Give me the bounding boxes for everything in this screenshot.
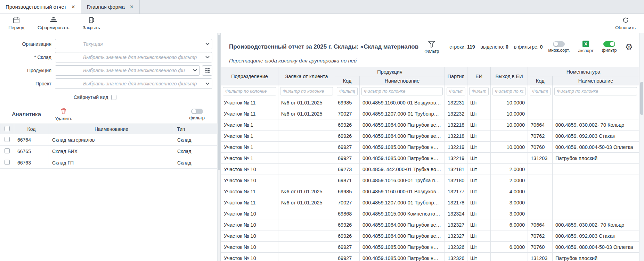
left-panel-scrollbar[interactable] <box>217 33 221 261</box>
select-all-checkbox[interactable] <box>5 126 10 131</box>
excel-icon: X <box>582 41 589 47</box>
filter-toggle[interactable] <box>603 41 615 47</box>
trash-icon <box>61 108 66 115</box>
cell <box>528 186 553 197</box>
table-row[interactable]: Участок № 169926000.4859.1084.000 Патруб… <box>221 130 639 142</box>
column-header[interactable]: Код <box>335 76 360 85</box>
hierarchy-button[interactable] <box>202 65 212 76</box>
table-row[interactable]: Участок № 11№6 от 01.01.202569985000.485… <box>221 186 639 197</box>
table-row[interactable]: Участок № 169927000.4859.1085.000 Патруб… <box>221 153 639 164</box>
analytics-row[interactable]: 66763Склад ГПСклад <box>0 157 217 169</box>
row-checkbox[interactable] <box>5 137 10 142</box>
cell: 70664 <box>528 219 553 230</box>
tab-close-icon[interactable]: ✕ <box>130 5 134 9</box>
cell <box>528 97 553 108</box>
tab-production-report[interactable]: Производственный отчет ✕ <box>0 0 81 14</box>
column-header[interactable]: Заявка от клиента <box>278 67 335 85</box>
report-scrollbar[interactable] <box>639 33 644 261</box>
row-checkbox[interactable] <box>5 148 10 153</box>
chevron-down-icon[interactable] <box>190 66 199 75</box>
column-header[interactable]: Подразделение <box>221 67 278 85</box>
table-row[interactable]: Участок № 11№6 от 01.01.202570027000.485… <box>221 108 639 119</box>
column-filter-input[interactable] <box>361 87 443 95</box>
chevron-down-icon[interactable] <box>203 39 212 49</box>
analytics-row[interactable]: 66765Склад БИХСклад <box>0 146 217 157</box>
scrollbar-thumb[interactable] <box>640 82 643 115</box>
table-row[interactable]: Участок № 1069926000.4859.1084.000 Патру… <box>221 230 639 242</box>
filter-button[interactable]: Фильтр <box>424 40 439 54</box>
table-row[interactable]: Участок № 169926000.4859.1084.000 Патруб… <box>221 119 639 130</box>
cell <box>278 208 335 219</box>
column-group-header[interactable]: Продукция <box>335 67 445 76</box>
column-header-code[interactable]: Код <box>14 124 49 134</box>
column-filter-input[interactable] <box>337 87 358 95</box>
column-header-type[interactable]: Тип <box>174 124 217 134</box>
cell: Патрубок плоский <box>553 253 639 261</box>
cell: 000.4859. 092.003 Стакан <box>553 130 639 142</box>
cell: Шт <box>467 230 491 242</box>
chevron-down-icon[interactable] <box>203 52 212 62</box>
filter-toggle-control[interactable]: фильтр <box>602 41 617 53</box>
column-filter-input[interactable] <box>469 87 489 95</box>
filter-toggle-label: фильтр <box>602 48 617 53</box>
tab-main-form[interactable]: Главная форма ✕ <box>81 0 140 14</box>
cell: 69926 <box>335 130 360 142</box>
field-code-input[interactable] <box>55 79 80 89</box>
column-header[interactable]: Код <box>528 76 553 85</box>
column-group-header[interactable]: Номенклатура <box>528 67 639 76</box>
multisort-toggle[interactable] <box>553 41 565 47</box>
table-row[interactable]: Участок № 1069927000.4859.1085.000 Патру… <box>221 253 639 261</box>
field-code-input[interactable] <box>55 39 80 49</box>
cell: Участок № 11 <box>221 197 278 208</box>
cell-code: 66765 <box>14 146 49 157</box>
filter-cell <box>467 85 491 97</box>
column-filter-input[interactable] <box>492 87 526 95</box>
scrollbar-thumb[interactable] <box>218 35 220 170</box>
analytics-filter-toggle[interactable] <box>191 109 203 114</box>
column-filter-input[interactable] <box>280 87 333 95</box>
column-filter-input[interactable] <box>447 87 465 95</box>
column-header[interactable]: ЕИ <box>467 67 491 85</box>
cell: 69868 <box>335 208 360 219</box>
chevron-down-icon[interactable] <box>203 79 212 89</box>
field-code-input[interactable] <box>55 66 80 75</box>
table-row[interactable]: Участок № 1069926000.4859.1084.000 Патру… <box>221 219 639 230</box>
period-button[interactable]: Период <box>8 17 24 30</box>
column-header[interactable]: Партия <box>445 67 467 85</box>
column-header-name[interactable]: Наименование <box>49 124 174 134</box>
generate-button[interactable]: Сформировать <box>38 17 70 30</box>
table-row[interactable]: Участок № 11№6 от 01.01.202570027000.485… <box>221 197 639 208</box>
analytics-row[interactable]: 66764Склад материаловСклад <box>0 134 217 146</box>
export-button[interactable]: X экспорт <box>578 41 593 53</box>
multisort-control[interactable]: множ.сорт. <box>548 41 570 53</box>
delete-button[interactable]: Удалить <box>55 108 72 121</box>
table-row[interactable]: Участок № 1069927000.4859.1085.000 Патру… <box>221 242 639 253</box>
close-button[interactable]: Закрыть <box>83 17 100 30</box>
field-value-input[interactable] <box>80 52 203 62</box>
column-header[interactable]: Наименование <box>360 76 445 85</box>
column-filter-input[interactable] <box>530 87 551 95</box>
cell: Шт <box>467 164 491 175</box>
field-value-input[interactable] <box>80 39 203 49</box>
table-row[interactable]: Участок № 1069273000.4859. 442.000-01 Тр… <box>221 164 639 175</box>
row-checkbox[interactable] <box>5 160 10 165</box>
gear-icon[interactable]: ⚙ <box>625 43 633 51</box>
table-row[interactable]: Участок № 1069871000.4859.1016.000-01 Тр… <box>221 175 639 186</box>
rows-stat: строки:119 <box>449 44 475 50</box>
table-row[interactable]: Участок № 169927000.4859.1085.000 Патруб… <box>221 142 639 153</box>
collapsed-view-checkbox[interactable] <box>111 95 116 100</box>
table-row[interactable]: Участок № 1069868000.4859.1015.000 Компе… <box>221 208 639 219</box>
cell: 6.0000 <box>491 242 528 253</box>
cell: Участок № 11 <box>221 108 278 119</box>
field-value-input[interactable] <box>80 79 203 89</box>
cell: Шт <box>467 242 491 253</box>
field-code-input[interactable] <box>55 52 80 62</box>
field-value-input[interactable] <box>80 66 190 75</box>
column-header[interactable]: Наименование <box>553 76 639 85</box>
table-row[interactable]: Участок № 11№6 от 01.01.202569985000.485… <box>221 97 639 108</box>
column-filter-input[interactable] <box>223 87 276 95</box>
tab-close-icon[interactable]: ✕ <box>71 5 75 9</box>
refresh-button[interactable]: Обновить <box>615 17 636 30</box>
column-header[interactable]: Выход в ЕИ <box>491 67 528 85</box>
column-filter-input[interactable] <box>554 87 637 95</box>
